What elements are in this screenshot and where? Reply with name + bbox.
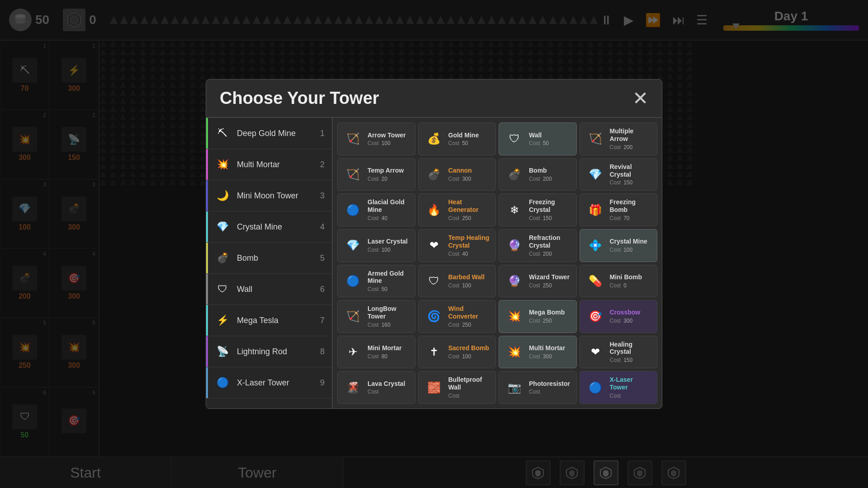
grid-item-3[interactable]: 🏹 Multiple Arrow Cost 200 — [580, 122, 658, 155]
grid-item-19[interactable]: 💊 Mini Bomb Cost 0 — [580, 265, 658, 298]
grid-item-icon: 🌀 — [424, 306, 444, 326]
grid-item-13[interactable]: ❤ Temp Healing Crystal Cost 40 — [418, 229, 496, 262]
grid-item-28[interactable]: 🌋 Lava Crystal Cost — [337, 371, 415, 404]
grid-item-18[interactable]: 🔮 Wizard Tower Cost 250 — [499, 265, 577, 298]
tower-list-item-7[interactable]: 📡 Lightning Rod 8 — [206, 336, 332, 367]
grid-item-cost-label: Cost — [368, 353, 379, 360]
grid-item-icon: 🎯 — [585, 306, 605, 326]
grid-item-cost-label: Cost — [368, 176, 379, 182]
grid-item-1[interactable]: 💰 Gold Mine Cost 50 — [418, 122, 496, 155]
grid-item-name: Barbed Wall — [448, 273, 491, 281]
grid-item-name: Multi Mortar — [529, 344, 571, 352]
grid-item-info: Armed Gold Mine Cost 50 — [368, 270, 410, 293]
grid-item-23[interactable]: 🎯 Crossbow Cost 300 — [580, 300, 658, 333]
tower-list-item-6[interactable]: ⚡ Mega Tesla 7 — [206, 305, 332, 336]
grid-item-cost-label: Cost — [529, 215, 540, 221]
list-item-num: 8 — [320, 347, 325, 357]
grid-item-8[interactable]: 🔵 Glacial Gold Mine Cost 40 — [337, 193, 415, 226]
grid-item-cost-label: Cost — [368, 247, 379, 253]
grid-item-icon: ❤ — [585, 342, 605, 362]
grid-item-cost-label: Cost — [448, 282, 460, 289]
list-item-num: 3 — [320, 191, 325, 201]
grid-item-info: Sacred Bomb Cost 100 — [448, 344, 491, 360]
grid-item-2[interactable]: 🛡 Wall Cost 50 — [499, 122, 577, 155]
grid-item-name: Armed Gold Mine — [368, 270, 410, 285]
grid-item-cost-value: 200 — [543, 251, 552, 257]
grid-item-icon: 🛡 — [424, 271, 444, 291]
grid-item-icon: 🔮 — [505, 235, 524, 255]
grid-item-12[interactable]: 💎 Laser Crystal Cost 100 — [337, 229, 415, 262]
grid-item-16[interactable]: 🔵 Armed Gold Mine Cost 50 — [337, 265, 415, 298]
tower-list-item-1[interactable]: 💥 Multi Mortar 2 — [206, 149, 332, 180]
grid-item-20[interactable]: 🏹 LongBow Tower Cost 160 — [337, 300, 415, 333]
grid-item-name: Multiple Arrow — [610, 127, 652, 143]
grid-item-cost-row: Cost 200 — [529, 251, 571, 257]
grid-item-name: Laser Crystal — [368, 238, 410, 245]
grid-item-30[interactable]: 📷 Photoresistor Cost — [499, 371, 577, 404]
grid-item-15[interactable]: 💠 Crystal Mine Cost 100 — [580, 229, 658, 262]
grid-item-cost-row: Cost — [529, 389, 571, 395]
grid-item-25[interactable]: ✝ Sacred Bomb Cost 100 — [418, 336, 496, 369]
grid-item-cost-row: Cost 250 — [529, 282, 571, 289]
grid-item-info: Temp Arrow Cost 20 — [368, 167, 410, 182]
grid-item-7[interactable]: 💎 Revival Crystal Cost 150 — [580, 158, 658, 191]
grid-item-name: Freezing Crystal — [529, 198, 571, 214]
modal-close-button[interactable]: ✕ — [632, 89, 648, 108]
grid-item-26[interactable]: 💥 Multi Mortar Cost 300 — [499, 336, 577, 369]
grid-item-cost-label: Cost — [448, 176, 460, 182]
grid-item-31[interactable]: 🔵 X-Laser Tower Cost — [580, 371, 658, 404]
grid-item-cost-row: Cost 100 — [368, 247, 410, 253]
grid-item-name: X-Laser Tower — [610, 376, 652, 391]
grid-item-name: Crystal Mine — [610, 238, 652, 245]
grid-item-cost-row: Cost — [368, 389, 410, 395]
grid-item-icon: 💎 — [343, 235, 363, 255]
grid-item-11[interactable]: 🎁 Freezing Bomb Cost 70 — [580, 193, 658, 226]
grid-item-info: Lava Crystal Cost — [368, 380, 410, 395]
grid-item-24[interactable]: ✈ Mini Mortar Cost 80 — [337, 336, 415, 369]
tower-list-item-8[interactable]: 🔵 X-Laser Tower 9 — [206, 367, 332, 399]
grid-item-cost-row: Cost 200 — [610, 144, 652, 150]
tower-list-item-5[interactable]: 🛡 Wall 6 — [206, 274, 332, 305]
grid-item-cost-label: Cost — [529, 353, 540, 360]
grid-item-9[interactable]: 🔥 Heat Generator Cost 250 — [418, 193, 496, 226]
grid-item-cost-row: Cost 200 — [529, 176, 571, 182]
grid-item-info: Barbed Wall Cost 100 — [448, 273, 491, 289]
grid-item-0[interactable]: 🏹 Arrow Tower Cost 100 — [337, 122, 415, 155]
grid-item-name: Heat Generator — [448, 198, 491, 214]
tower-list-item-0[interactable]: ⛏ Deep Gold Mine 1 — [206, 118, 332, 149]
tower-list-item-3[interactable]: 💎 Crystal Mine 4 — [206, 211, 332, 243]
grid-item-27[interactable]: ❤ Healing Crystal Cost 150 — [580, 336, 658, 369]
grid-item-info: Arrow Tower Cost 100 — [368, 131, 410, 147]
grid-item-cost-row: Cost 20 — [368, 176, 410, 182]
tower-list-item-2[interactable]: 🌙 Mini Moon Tower 3 — [206, 180, 332, 211]
grid-item-14[interactable]: 🔮 Refraction Crystal Cost 200 — [499, 229, 577, 262]
grid-item-cost-label: Cost — [448, 215, 460, 221]
grid-item-cost-row: Cost 80 — [368, 353, 410, 360]
modal-title: Choose Your Tower — [220, 89, 379, 108]
grid-item-cost-label: Cost — [529, 140, 540, 146]
grid-item-cost-row: Cost 300 — [610, 318, 652, 324]
grid-item-info: Wall Cost 50 — [529, 131, 571, 147]
grid-item-21[interactable]: 🌀 Wind Converter Cost 250 — [418, 300, 496, 333]
grid-item-name: LongBow Tower — [368, 305, 410, 320]
grid-item-6[interactable]: 💣 Bomb Cost 200 — [499, 158, 577, 191]
grid-item-icon: 🔵 — [343, 271, 363, 291]
grid-item-cost-row: Cost 150 — [610, 357, 652, 363]
grid-item-4[interactable]: 🏹 Temp Arrow Cost 20 — [337, 158, 415, 191]
grid-item-icon: 💣 — [424, 164, 444, 184]
grid-item-5[interactable]: 💣 Cannon Cost 300 — [418, 158, 496, 191]
tower-list-item-4[interactable]: 💣 Bomb 5 — [206, 243, 332, 274]
grid-item-cost-value: 150 — [623, 357, 632, 363]
list-item-icon: ⛏ — [213, 124, 231, 142]
grid-item-icon: 🏹 — [343, 306, 363, 326]
grid-item-22[interactable]: 💥 Mega Bomb Cost 250 — [499, 300, 577, 333]
grid-item-29[interactable]: 🧱 Bulletproof Wall Cost — [418, 371, 496, 404]
grid-item-icon: 🧱 — [424, 378, 444, 398]
grid-item-17[interactable]: 🛡 Barbed Wall Cost 100 — [418, 265, 496, 298]
grid-item-10[interactable]: ❄ Freezing Crystal Cost 150 — [499, 193, 577, 226]
grid-item-name: Crossbow — [610, 309, 652, 316]
grid-item-cost-value: 100 — [623, 247, 632, 253]
grid-item-icon: 🏹 — [343, 164, 363, 184]
list-item-num: 2 — [320, 160, 325, 169]
grid-item-cost-value: 100 — [462, 353, 471, 360]
